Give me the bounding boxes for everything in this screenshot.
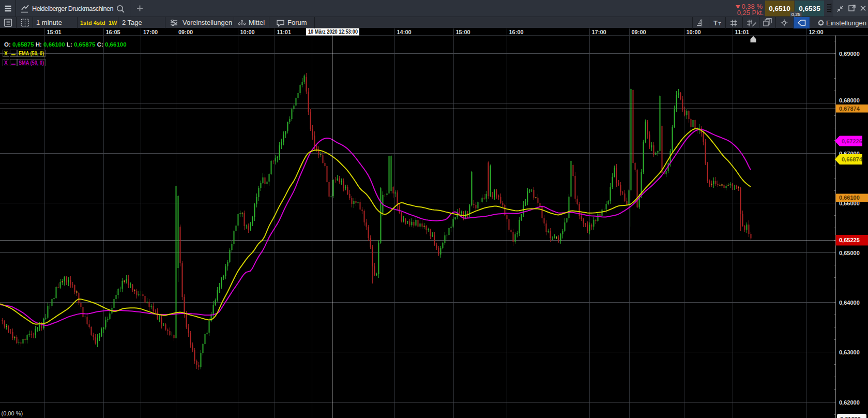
svg-text:16:00: 16:00 <box>509 29 524 35</box>
svg-text:11:01: 11:01 <box>277 29 292 35</box>
svg-text:0,25 Pkt.: 0,25 Pkt. <box>737 9 764 17</box>
svg-text:O: 0,65875 H: 0,66100 L: 0,6: O: 0,65875 H: 0,66100 L: 0,65875 C: 0,66… <box>4 41 127 48</box>
svg-text:(0,00 %): (0,00 %) <box>2 410 23 416</box>
svg-text:0,67226: 0,67226 <box>842 138 862 144</box>
svg-text:17:00: 17:00 <box>592 29 606 35</box>
svg-text:0,69000: 0,69000 <box>839 51 860 57</box>
svg-text:Einstellungen: Einstellungen <box>826 19 866 27</box>
svg-text:0,66874: 0,66874 <box>842 156 863 162</box>
svg-text:09:00: 09:00 <box>632 29 646 35</box>
svg-text:Heidelberger Druckmaschinen: Heidelberger Druckmaschinen <box>32 5 114 12</box>
svg-text:T: T <box>713 19 718 27</box>
svg-text:10 März 2020 12:53:00: 10 März 2020 12:53:00 <box>308 29 358 35</box>
svg-text:0,62000: 0,62000 <box>839 399 860 406</box>
svg-text:0,61680: 0,61680 <box>840 416 861 418</box>
svg-text:T: T <box>719 21 722 26</box>
svg-text:EMA (50, 0): EMA (50, 0) <box>19 51 44 56</box>
svg-text:17:00: 17:00 <box>143 29 158 35</box>
svg-text:15:00: 15:00 <box>456 29 470 35</box>
svg-text:14:00: 14:00 <box>397 29 412 35</box>
svg-text:X: X <box>4 60 8 66</box>
svg-text:0,63000: 0,63000 <box>839 349 860 355</box>
svg-text:11:01: 11:01 <box>735 29 750 35</box>
svg-text:SMA (50, 0): SMA (50, 0) <box>19 60 44 66</box>
svg-text:0,6510: 0,6510 <box>769 5 790 12</box>
svg-text:0,67874: 0,67874 <box>839 106 860 112</box>
svg-text:0,68000: 0,68000 <box>839 97 860 103</box>
svg-text:0,25: 0,25 <box>791 12 801 17</box>
svg-text:0,6535: 0,6535 <box>799 5 820 12</box>
svg-text:16:05: 16:05 <box>106 29 120 35</box>
svg-text:X: X <box>4 51 8 56</box>
svg-text:0,64000: 0,64000 <box>839 300 860 306</box>
svg-text:0,66100: 0,66100 <box>839 195 860 201</box>
svg-text:12:00: 12:00 <box>809 29 824 35</box>
svg-text:09:00: 09:00 <box>178 29 193 35</box>
svg-text:10:00: 10:00 <box>240 29 255 35</box>
svg-text:0,65000: 0,65000 <box>839 250 860 256</box>
svg-text:10:00: 10:00 <box>687 29 701 35</box>
svg-text:0,65225: 0,65225 <box>839 237 860 243</box>
svg-text:15:01: 15:01 <box>47 29 62 35</box>
